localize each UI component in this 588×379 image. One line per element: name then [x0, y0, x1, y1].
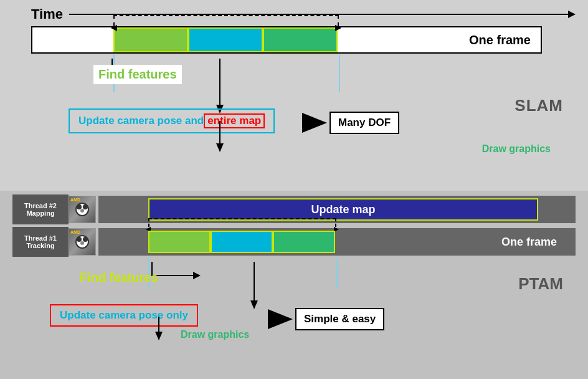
slam-many-dof-text: Many DOF [338, 117, 391, 128]
slam-draw-graphics: Draw graphics [482, 143, 551, 155]
ptam-section: Thread #2 Mapping AMD [0, 191, 588, 379]
ptam-update-text: Update camera pose only [60, 309, 188, 321]
ptam-thumb1: AMD [69, 228, 96, 256]
slam-section: Time One frame [0, 0, 588, 191]
ptam-thumb2: AMD [69, 196, 96, 223]
slam-arrow-down2-svg [214, 121, 226, 152]
ptam-arrow-simple: Simple & easy [268, 308, 384, 330]
ptam-dashed-bracket [148, 218, 336, 227]
ptam-thumb2-svg [72, 199, 92, 219]
slam-block-green-dark [263, 27, 338, 52]
ptam-track-block-cyan [211, 231, 273, 253]
slam-arrow-down-svg [214, 59, 226, 113]
ptam-thumb2-inner: AMD [69, 196, 95, 223]
ptam-tracking-track: One frame [98, 228, 576, 256]
ptam-track-block-green [148, 231, 211, 253]
ptam-track-block-dkgreen [273, 231, 335, 253]
slam-frame-outer: One frame [31, 26, 542, 54]
ptam-thread-rows: Thread #2 Mapping AMD [12, 194, 576, 259]
ptam-arrow-down2-svg [153, 317, 165, 340]
slam-entire-map-red: entire map [204, 113, 265, 128]
slam-color-blocks [113, 27, 338, 52]
time-arrow-head [568, 11, 576, 18]
ptam-update-map-text: Update map [311, 203, 375, 216]
svg-marker-17 [155, 332, 163, 340]
ptam-thread2-label: Thread #2 Mapping [12, 194, 69, 224]
ptam-thumb2-amd: AMD [70, 198, 80, 202]
main-container: Time One frame [0, 0, 588, 379]
ptam-arrow-down-svg [248, 262, 260, 309]
ptam-thread1-label: Thread #1 Tracking [12, 227, 69, 257]
ptam-thread1-row: Thread #1 Tracking AMD [12, 227, 576, 257]
ptam-thumb1-svg [72, 232, 92, 252]
slam-block-cyan [188, 27, 263, 52]
ptam-find-features-box: Find features [75, 268, 163, 287]
slam-dashed-bracket [113, 15, 339, 26]
slam-frame-row: One frame [31, 26, 576, 54]
slam-update-box: Update camera pose and entire map [69, 108, 275, 133]
slam-section-label: SLAM [514, 96, 563, 115]
ptam-one-frame: One frame [501, 236, 557, 249]
slam-many-dof-box: Many DOF [330, 112, 399, 134]
ptam-tracking-blocks [148, 231, 335, 253]
ptam-update-map-bar: Update map [148, 198, 538, 221]
ptam-update-box: Update camera pose only [50, 304, 198, 327]
ptam-find-features-text: Find features [80, 271, 158, 284]
svg-point-6 [77, 204, 82, 209]
svg-marker-4 [216, 143, 224, 152]
svg-marker-15 [250, 300, 258, 309]
slam-frame-label: One frame [469, 33, 531, 47]
slam-find-features-text: Find features [98, 67, 177, 81]
ptam-section-label: PTAM [518, 274, 563, 294]
ptam-thumb1-inner: AMD [69, 229, 95, 255]
slam-arrow-manydof: Many DOF [302, 112, 399, 134]
time-label: Time [31, 6, 63, 22]
slam-block-green-light [113, 27, 188, 52]
ptam-simple-easy-text: Simple & easy [304, 313, 376, 325]
svg-point-11 [83, 237, 88, 242]
slam-arrow-fill [302, 113, 327, 133]
svg-point-12 [80, 241, 84, 245]
svg-marker-13 [193, 272, 201, 279]
slam-update-text-blue: Update camera pose and [78, 115, 204, 127]
slam-arrows-area: Find features Update camera pose and ent… [31, 59, 576, 158]
ptam-thumb1-amd: AMD [70, 230, 80, 234]
svg-point-8 [80, 209, 84, 213]
svg-point-7 [83, 204, 88, 209]
slam-find-features-box: Find features [93, 65, 182, 84]
ptam-arrow-fill [268, 309, 293, 329]
ptam-arrows-area: Find features Update camera pose only Si… [12, 262, 576, 343]
ptam-simple-easy-box: Simple & easy [295, 308, 384, 330]
svg-point-10 [77, 237, 82, 242]
ptam-draw-graphics: Draw graphics [181, 329, 249, 340]
